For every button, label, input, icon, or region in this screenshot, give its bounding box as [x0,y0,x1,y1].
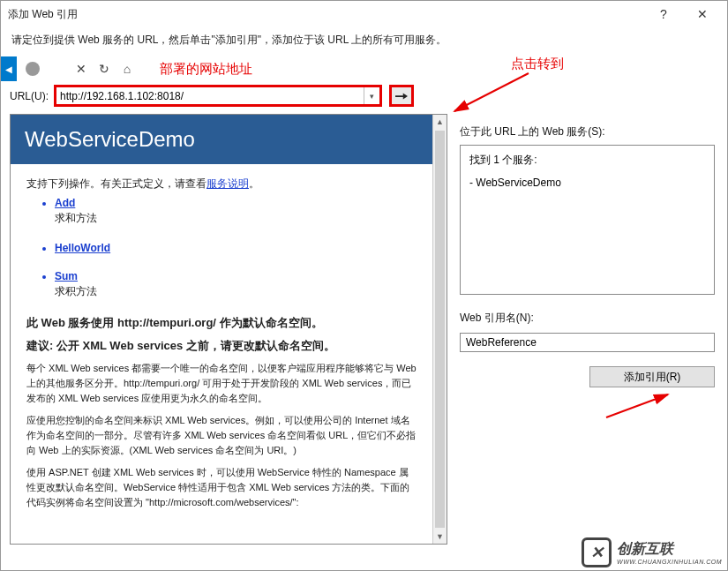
services-list-label: 位于此 URL 上的 Web 服务(S): [460,124,715,139]
url-combobox[interactable]: ▾ [54,85,382,107]
operation-desc: 求积方法 [55,284,417,299]
suggest-heading: 建议: 公开 XML Web services 之前，请更改默认命名空间。 [26,338,417,354]
help-icon: ? [660,7,667,21]
paragraph: 应使用您控制的命名空间来标识 XML Web services。例如，可以使用公… [26,413,417,458]
vertical-scrollbar[interactable]: ▲ ▼ [432,115,447,544]
back-icon[interactable]: ✕ [71,59,91,79]
scroll-up-icon[interactable]: ▲ [433,115,447,129]
operations-list: Add求和方法 HelloWorld Sum求积方法 [26,197,417,299]
paragraph: 使用 ASP.NET 创建 XML Web services 时，可以使用 We… [26,465,417,510]
home-icon[interactable]: ⌂ [117,59,137,79]
logo-glyph: ✕ [582,537,612,567]
brand-logo: ✕ 创新互联 WWW.CHUANGXINHULIAN.COM [582,537,722,567]
support-prefix: 支持下列操作。有关正式定义，请查看 [26,177,206,190]
url-row: URL(U): ▾ [1,81,727,114]
operation-item: HelloWorld [55,242,417,254]
reference-name-input[interactable] [460,333,715,352]
window-title: 添加 Web 引用 [8,7,78,22]
help-button[interactable]: ? [644,2,683,26]
annotation-deployed-site: 部署的网站地址 [160,61,252,78]
go-button[interactable] [389,85,414,107]
annotation-click-go: 点击转到 [511,56,564,72]
logo-subtext: WWW.CHUANGXINHULIAN.COM [617,559,722,565]
refresh-icon[interactable]: ↻ [94,59,114,79]
logo-text: 创新互联 [617,540,722,559]
service-description-link[interactable]: 服务说明 [206,177,249,190]
add-reference-button[interactable]: 添加引用(R) [589,366,715,387]
paragraph: 每个 XML Web services 都需要一个唯一的命名空间，以便客户端应用… [26,361,417,406]
url-label: URL(U): [10,90,49,102]
namespace-heading: 此 Web 服务使用 http://tempuri.org/ 作为默认命名空间。 [26,315,417,331]
operation-link-add[interactable]: Add [55,197,75,209]
support-text: 支持下列操作。有关正式定义，请查看服务说明。 [26,177,417,192]
close-button[interactable]: ✕ [683,2,722,26]
arrow-right-icon [395,91,408,101]
refname-label: Web 引用名(N): [460,311,715,326]
scroll-down-icon[interactable]: ▼ [433,530,447,544]
operation-item: Add求和方法 [55,197,417,226]
stop-icon[interactable] [26,62,40,76]
collapse-handle[interactable]: ◀ [1,56,17,81]
found-count: 找到 1 个服务: [469,153,705,168]
chevron-down-icon[interactable]: ▾ [364,87,379,104]
scroll-thumb[interactable] [435,131,445,528]
service-title: WebServiceDemo [11,115,432,164]
url-input[interactable] [56,87,364,104]
close-icon: ✕ [697,7,708,21]
toolbar: ◀ ✕ ↻ ⌂ 部署的网站地址 [1,56,727,81]
operation-link-sum[interactable]: Sum [55,270,78,282]
service-preview-pane: WebServiceDemo 支持下列操作。有关正式定义，请查看服务说明。 Ad… [10,114,447,545]
support-suffix: 。 [249,177,259,190]
operation-item: Sum求积方法 [55,270,417,299]
services-listbox[interactable]: 找到 1 个服务: - WebServiceDemo [460,145,715,295]
instruction-text: 请定位到提供 Web 服务的 URL，然后单击"添加引用"，添加位于该 URL … [1,27,727,56]
operation-desc: 求和方法 [55,211,417,226]
service-list-item[interactable]: - WebServiceDemo [469,177,705,189]
right-panel: 位于此 URL 上的 Web 服务(S): 找到 1 个服务: - WebSer… [447,114,727,545]
title-bar: 添加 Web 引用 ? ✕ [1,1,727,27]
operation-link-helloworld[interactable]: HelloWorld [55,242,110,254]
